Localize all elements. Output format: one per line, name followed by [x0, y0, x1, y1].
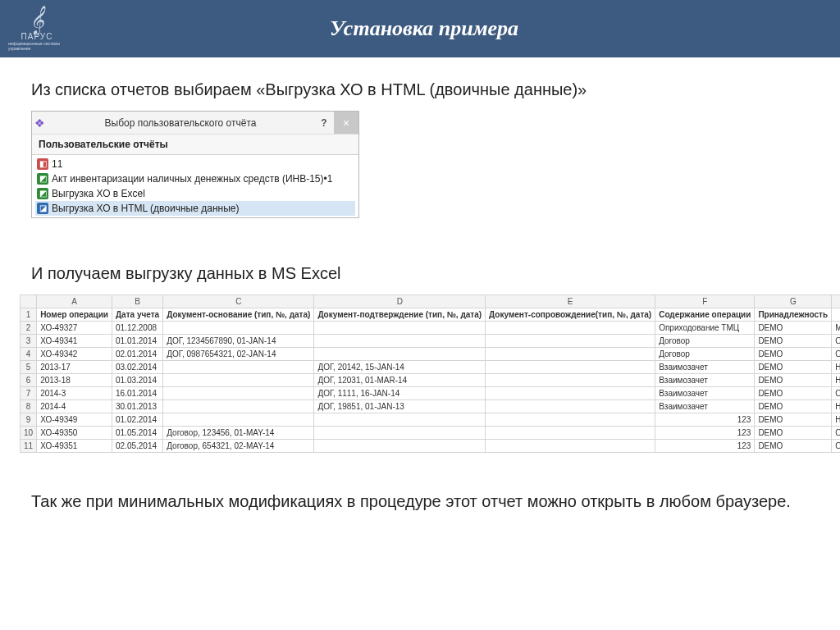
col-letter[interactable]: G: [755, 295, 832, 308]
cell[interactable]: 2013-17: [37, 361, 112, 374]
cell[interactable]: ХО-49341: [37, 335, 112, 348]
row-number[interactable]: 1: [21, 308, 37, 322]
cell[interactable]: [486, 374, 655, 387]
header-cell[interactable]: Номер операции: [37, 308, 112, 322]
cell[interactable]: ДОГ, 20142, 15-JAN-14: [314, 361, 486, 374]
cell[interactable]: 2014-3: [37, 387, 112, 400]
cell[interactable]: 123: [655, 413, 755, 427]
col-letter[interactable]: F: [655, 295, 755, 308]
cell[interactable]: Договор, 123456, 01-MAY-14: [163, 427, 314, 440]
cell[interactable]: 02.05.2014: [112, 440, 163, 453]
report-item[interactable]: ◩ Акт инвентаризации наличных денежных с…: [35, 171, 355, 186]
cell[interactable]: [314, 322, 486, 335]
cell[interactable]: [486, 427, 655, 440]
cell[interactable]: Договор: [655, 335, 755, 348]
row-number[interactable]: 5: [21, 361, 37, 374]
cell[interactable]: 03.02.2014: [112, 361, 163, 374]
cell[interactable]: 02.01.2014: [112, 348, 163, 361]
row-number[interactable]: 6: [21, 374, 37, 387]
cell[interactable]: [163, 374, 314, 387]
cell[interactable]: DEMO: [755, 374, 832, 387]
cell[interactable]: [486, 335, 655, 348]
header-cell[interactable]: Дата учета: [112, 308, 163, 322]
col-letter-selected[interactable]: D: [314, 295, 486, 308]
report-item[interactable]: ◧ 11: [35, 157, 355, 171]
cell[interactable]: НИИ Точприбор: [832, 361, 840, 374]
cell[interactable]: [486, 361, 655, 374]
row-number[interactable]: 9: [21, 413, 37, 427]
cell[interactable]: ОАО Вымпел: [832, 387, 840, 400]
cell[interactable]: DEMO: [755, 348, 832, 361]
close-button[interactable]: ×: [334, 112, 358, 134]
cell[interactable]: МЕТСНАБ1203: [832, 322, 840, 335]
cell[interactable]: ДОГ, 1234567890, 01-JAN-14: [163, 335, 314, 348]
col-letter[interactable]: C: [163, 295, 314, 308]
row-number[interactable]: 11: [21, 440, 37, 453]
cell[interactable]: Взаимозачет: [655, 400, 755, 413]
row-number[interactable]: 2: [21, 322, 37, 335]
cell[interactable]: [486, 387, 655, 400]
cell[interactable]: ДОГ, 0987654321, 02-JAN-14: [163, 348, 314, 361]
cell[interactable]: [163, 322, 314, 335]
cell[interactable]: [163, 361, 314, 374]
cell[interactable]: ООО Металлоформ: [832, 440, 840, 453]
cell[interactable]: 16.01.2014: [112, 387, 163, 400]
cell[interactable]: [314, 348, 486, 361]
cell[interactable]: [486, 413, 655, 427]
cell[interactable]: ХО-49350: [37, 427, 112, 440]
cell[interactable]: 123: [655, 427, 755, 440]
cell[interactable]: 01.01.2014: [112, 335, 163, 348]
cell[interactable]: [486, 322, 655, 335]
cell[interactable]: [314, 413, 486, 427]
header-cell[interactable]: Документ-сопровождение(тип, №, дата): [486, 308, 655, 322]
cell[interactable]: ХО-49327: [37, 322, 112, 335]
col-letter[interactable]: E: [486, 295, 655, 308]
cell[interactable]: [314, 427, 486, 440]
header-cell[interactable]: Документ-подтверждение (тип, №, дата): [314, 308, 486, 322]
row-number[interactable]: 4: [21, 348, 37, 361]
row-number[interactable]: 8: [21, 400, 37, 413]
cell[interactable]: ОАО Вымпел: [832, 348, 840, 361]
cell[interactable]: DEMO: [755, 400, 832, 413]
cell[interactable]: 01.05.2014: [112, 427, 163, 440]
cell[interactable]: [486, 400, 655, 413]
header-cell[interactable]: От кого: [832, 308, 840, 322]
report-item-selected[interactable]: ◪ Выгрузка ХО в HTML (двоичные данные): [35, 201, 355, 216]
col-letter[interactable]: H: [832, 295, 840, 308]
cell[interactable]: ДОГ, 19851, 01-JAN-13: [314, 400, 486, 413]
cell[interactable]: [163, 400, 314, 413]
row-number[interactable]: 10: [21, 427, 37, 440]
cell[interactable]: НИИ Точприбор: [832, 400, 840, 413]
cell[interactable]: 30.01.2013: [112, 400, 163, 413]
cell[interactable]: Взаимозачет: [655, 361, 755, 374]
cell[interactable]: ХО-49351: [37, 440, 112, 453]
cell[interactable]: ДОГ, 12031, 01-MAR-14: [314, 374, 486, 387]
header-cell[interactable]: Документ-основание (тип, №, дата): [163, 308, 314, 322]
cell[interactable]: НИИ Точприбор: [832, 374, 840, 387]
report-item[interactable]: ◩ Выгрузка ХО в Excel: [35, 186, 355, 201]
cell[interactable]: [314, 335, 486, 348]
header-cell[interactable]: Принадлежность: [755, 308, 832, 322]
cell[interactable]: ОАО Полюс: [832, 427, 840, 440]
dialog-tab[interactable]: Пользовательские отчёты: [32, 135, 358, 155]
cell[interactable]: DEMO: [755, 335, 832, 348]
cell[interactable]: DEMO: [755, 427, 832, 440]
cell[interactable]: [314, 440, 486, 453]
cell[interactable]: [163, 387, 314, 400]
cell[interactable]: ХО-49349: [37, 413, 112, 427]
cell[interactable]: [486, 440, 655, 453]
cell[interactable]: 123: [655, 440, 755, 453]
cell[interactable]: DEMO: [755, 322, 832, 335]
cell[interactable]: Оприходование ТМЦ: [655, 322, 755, 335]
cell[interactable]: [486, 348, 655, 361]
row-number[interactable]: 3: [21, 335, 37, 348]
cell[interactable]: Взаимозачет: [655, 374, 755, 387]
cell[interactable]: Взаимозачет: [655, 387, 755, 400]
cell[interactable]: 2014-4: [37, 400, 112, 413]
cell[interactable]: DEMO: [755, 440, 832, 453]
cell[interactable]: НИИ Точприбор: [832, 413, 840, 427]
cell[interactable]: DEMO: [755, 413, 832, 427]
cell[interactable]: Договор: [655, 348, 755, 361]
cell[interactable]: 01.02.2014: [112, 413, 163, 427]
cell[interactable]: 01.03.2014: [112, 374, 163, 387]
